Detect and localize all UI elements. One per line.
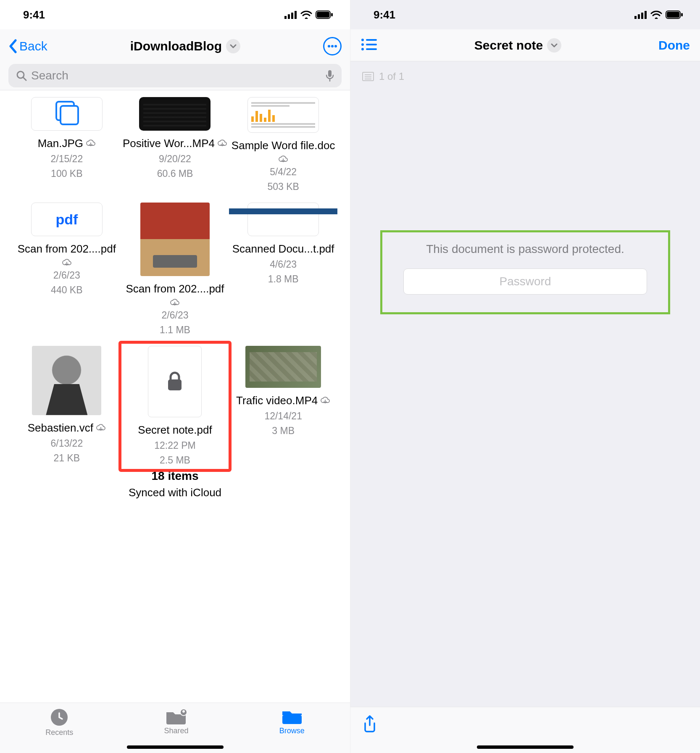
status-time: 9:41 (23, 8, 45, 21)
home-indicator[interactable] (127, 745, 224, 749)
file-item[interactable]: Man.JPG2/15/22100 KB (13, 95, 121, 196)
file-name: Secret note.pdf (138, 423, 212, 437)
file-size: 503 KB (267, 180, 299, 193)
back-button[interactable]: Back (8, 39, 47, 53)
status-icons (634, 11, 683, 19)
file-size: 1.8 MB (268, 273, 299, 286)
status-bar: 9:41 (0, 0, 350, 29)
svg-line-11 (23, 77, 26, 80)
svg-rect-15 (168, 379, 182, 390)
svg-rect-26 (681, 13, 683, 16)
file-item[interactable]: Trafic video.MP412/14/213 MB (229, 343, 337, 469)
svg-point-18 (182, 710, 185, 713)
file-name: Positive Wor...MP4 (123, 137, 227, 151)
sync-status: Synced with iCloud (13, 486, 337, 499)
svg-rect-23 (645, 11, 647, 19)
thumbnail (32, 346, 101, 415)
file-name: Trafic video.MP4 (236, 394, 330, 408)
tab-browse[interactable]: Browse (279, 708, 305, 735)
title-chevron-icon[interactable] (226, 39, 240, 53)
done-button[interactable]: Done (658, 38, 690, 53)
file-item[interactable]: Sample Word file.doc5/4/22503 KB (229, 95, 337, 196)
shared-folder-icon (165, 708, 187, 725)
page-label: 1 of 1 (379, 71, 404, 82)
page-icon (362, 72, 374, 81)
cellular-icon (634, 11, 647, 19)
ellipsis-icon (327, 45, 337, 47)
svg-rect-12 (328, 70, 332, 77)
preview-nav-bar: Secret note Done (350, 29, 700, 61)
mic-icon[interactable] (326, 70, 334, 82)
tab-shared[interactable]: Shared (164, 708, 188, 735)
svg-point-8 (331, 45, 334, 47)
list-button[interactable] (361, 38, 377, 53)
password-input[interactable]: Password (403, 269, 647, 295)
file-name: Sebastien.vcf (28, 421, 106, 435)
file-name: Man.JPG (38, 137, 96, 151)
search-field[interactable]: Search (8, 64, 342, 87)
thumbnail (139, 97, 211, 131)
more-button[interactable] (323, 37, 342, 55)
svg-rect-32 (366, 48, 377, 50)
doc-title-wrap[interactable]: Secret note (474, 38, 561, 53)
file-date: 12:22 PM (154, 439, 195, 452)
file-item[interactable]: Secret note.pdf12:22 PM2.5 MB (121, 343, 229, 469)
thumbnail (140, 203, 210, 276)
thumbnail (148, 346, 202, 417)
thumbnail (31, 97, 103, 131)
file-date: 9/20/22 (159, 153, 191, 166)
file-item[interactable]: pdfScan from 202....pdf2/6/23440 KB (13, 200, 121, 339)
file-date: 6/13/22 (50, 437, 83, 450)
nav-bar: Back iDownloadBlog Search (0, 29, 350, 90)
svg-point-31 (361, 48, 364, 50)
share-icon (362, 715, 377, 733)
share-button[interactable] (362, 727, 377, 735)
file-item[interactable]: Scan from 202....pdf2/6/231.1 MB (121, 200, 229, 339)
home-indicator[interactable] (477, 745, 574, 749)
battery-icon (316, 11, 333, 19)
password-card: This document is password protected. Pas… (380, 230, 670, 314)
svg-rect-28 (366, 39, 377, 41)
svg-rect-5 (317, 12, 329, 18)
back-label: Back (19, 39, 47, 53)
file-item[interactable]: Sebastien.vcf6/13/2221 KB (13, 343, 121, 469)
svg-rect-25 (667, 12, 679, 18)
svg-rect-1 (288, 14, 290, 19)
file-date: 12/14/21 (264, 410, 302, 423)
file-size: 1.1 MB (160, 324, 190, 337)
file-date: 2/6/23 (53, 269, 80, 282)
cloud-download-icon (278, 155, 288, 164)
doc-title: Secret note (474, 38, 543, 53)
folder-summary: 18 items Synced with iCloud (13, 469, 337, 508)
svg-rect-6 (331, 13, 333, 16)
cloud-download-icon (86, 140, 96, 148)
item-count: 18 items (13, 469, 337, 483)
thumbnail (247, 97, 319, 133)
file-size: 440 KB (51, 284, 82, 297)
thumbnail (245, 346, 321, 388)
cloud-download-icon (170, 299, 180, 307)
password-placeholder: Password (500, 275, 551, 288)
svg-rect-22 (641, 13, 643, 19)
svg-rect-19 (282, 715, 302, 724)
cloud-download-icon (62, 259, 72, 267)
locked-message: This document is password protected. (399, 242, 651, 256)
file-size: 60.6 MB (157, 167, 193, 180)
svg-rect-2 (291, 13, 293, 19)
svg-rect-20 (634, 16, 637, 19)
file-date: 5/4/22 (270, 166, 297, 179)
folder-title-wrap[interactable]: iDownloadBlog (130, 39, 240, 53)
file-date: 2/15/22 (50, 153, 83, 166)
status-bar: 9:41 (350, 0, 700, 29)
tab-recents[interactable]: Recents (45, 708, 73, 737)
file-size: 3 MB (272, 424, 295, 437)
file-item[interactable]: Scanned Docu...t.pdf4/6/231.8 MB (229, 200, 337, 339)
file-name: Scan from 202....pdf (14, 242, 119, 267)
title-chevron-icon[interactable] (547, 38, 561, 53)
page-indicator: 1 of 1 (350, 61, 700, 92)
status-icons (284, 11, 333, 19)
cellular-icon (284, 11, 297, 19)
file-size: 100 KB (51, 167, 82, 180)
file-item[interactable]: Positive Wor...MP49/20/2260.6 MB (121, 95, 229, 196)
folder-icon (281, 708, 303, 725)
